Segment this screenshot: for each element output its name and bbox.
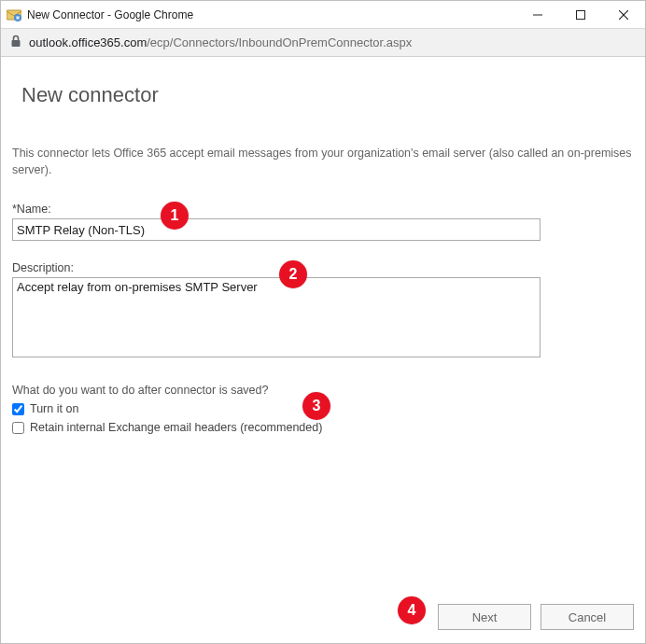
close-button[interactable] xyxy=(602,1,645,28)
svg-rect-6 xyxy=(12,40,21,47)
lock-icon xyxy=(10,35,21,50)
page-title: New connector xyxy=(21,83,634,107)
app-icon xyxy=(7,7,21,22)
annotation-badge-2: 2 xyxy=(279,260,307,288)
annotation-badge-4: 4 xyxy=(398,596,426,624)
annotation-badge-1: 1 xyxy=(161,202,189,230)
window-controls xyxy=(516,1,645,28)
window-title: New Connector - Google Chrome xyxy=(27,8,516,21)
description-input[interactable]: Accept relay from on-premises SMTP Serve… xyxy=(12,277,541,357)
page-content: New connector This connector lets Office… xyxy=(1,57,645,643)
intro-text: This connector lets Office 365 accept em… xyxy=(12,145,634,178)
cancel-button[interactable]: Cancel xyxy=(541,604,634,630)
window-titlebar: New Connector - Google Chrome xyxy=(1,1,645,29)
spellcheck-word: SMTP xyxy=(185,280,218,294)
svg-rect-3 xyxy=(577,10,585,19)
name-label: *Name: xyxy=(12,203,634,216)
retain-headers-checkbox[interactable] xyxy=(12,422,24,434)
retain-headers-label: Retain internal Exchange email headers (… xyxy=(30,421,322,434)
turn-on-label: Turn it on xyxy=(30,402,78,415)
url-host: outlook.office365.com xyxy=(29,35,147,49)
url-path: /ecp/Connectors/InboundOnPremConnector.a… xyxy=(147,35,412,49)
footer-buttons: Next Cancel xyxy=(438,604,634,630)
description-label: Description: xyxy=(12,261,634,274)
retain-headers-row[interactable]: Retain internal Exchange email headers (… xyxy=(12,421,634,434)
annotation-badge-3: 3 xyxy=(302,392,330,420)
maximize-button[interactable] xyxy=(559,1,602,28)
name-input[interactable] xyxy=(12,218,541,241)
minimize-button[interactable] xyxy=(516,1,559,28)
url-bar: outlook.office365.com/ecp/Connectors/Inb… xyxy=(1,29,645,57)
next-button[interactable]: Next xyxy=(438,604,531,630)
turn-on-checkbox[interactable] xyxy=(12,403,24,415)
